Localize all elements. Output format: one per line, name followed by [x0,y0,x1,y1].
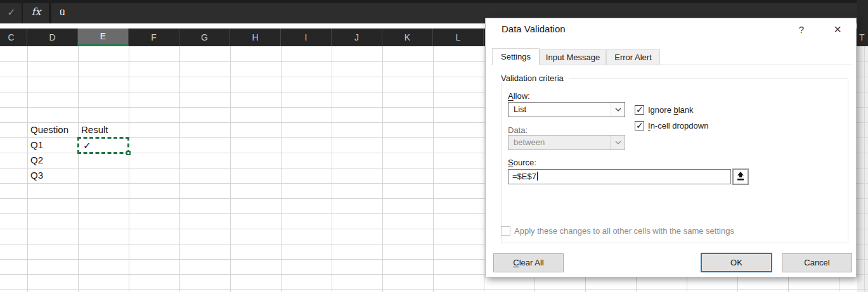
collapse-dialog-icon [734,170,747,183]
insert-function-fx-icon[interactable]: fx [28,4,44,20]
column-header-G[interactable]: G [179,29,230,46]
toolbar-top-strip [0,0,868,3]
data-dropdown-value: between [514,136,545,149]
data-label: Data: [508,125,528,135]
cell-question-header[interactable]: Question [30,122,68,137]
toolbar-divider [49,3,51,23]
chevron-down-icon[interactable] [611,103,625,117]
check-icon: ✓ [636,105,644,115]
gridline [864,46,865,292]
column-header-T[interactable]: T [859,29,865,46]
column-header-J[interactable]: J [332,29,382,46]
tab-settings[interactable]: Settings [492,48,540,65]
source-label: Source: [508,158,536,167]
data-dropdown-disabled: between [508,135,625,150]
data-validation-dialog: Data Validation ? × Settings Input Messa… [485,18,857,277]
column-header-H[interactable]: H [230,29,281,46]
excel-screen: ✓ fx ü C D E F G H I J K L Question Resu… [0,0,868,292]
fill-handle[interactable] [126,151,131,155]
tab-strip-line [491,65,852,65]
cell-e7-marching-ants[interactable]: ✓ [77,137,129,154]
collapse-dialog-button[interactable] [732,168,749,185]
column-header-L[interactable]: L [433,29,484,46]
allow-dropdown-value: List [514,103,526,117]
source-input-value: =$E$7 [512,172,536,181]
column-header-F[interactable]: F [129,29,179,46]
column-header-D[interactable]: D [27,29,78,46]
chevron-down-icon [611,136,625,149]
column-header-C[interactable]: C [0,29,27,46]
close-icon[interactable]: × [827,20,848,38]
column-header-K[interactable]: K [382,29,433,46]
cell-q2[interactable]: Q2 [30,153,43,168]
right-grid-strip [857,46,868,292]
ignore-blank-checkbox[interactable]: ✓ [635,105,644,115]
formula-bar-input[interactable]: ü [60,4,65,20]
ignore-blank-label[interactable]: Ignore blank [648,105,694,115]
source-input[interactable]: =$E$7 [508,169,731,184]
cell-q1[interactable]: Q1 [30,137,43,153]
group-label: Validation criteria [501,73,569,83]
allow-dropdown[interactable]: List [508,102,625,117]
checkmark-cell-value: ✓ [83,139,91,152]
tab-input-message[interactable]: Input Message [540,49,606,65]
tab-error-alert[interactable]: Error Alert [606,49,660,65]
column-header-I[interactable]: I [281,29,332,46]
text-caret [537,172,538,181]
cell-q3[interactable]: Q3 [30,168,43,183]
help-icon[interactable]: ? [792,22,811,38]
incell-dropdown-checkbox[interactable]: ✓ [635,121,644,130]
apply-changes-checkbox [501,226,510,236]
enter-checkmark-icon[interactable]: ✓ [4,5,19,20]
dialog-title: Data Validation [502,23,566,34]
allow-label: Allow: [508,91,530,101]
toolbar-divider [22,3,23,23]
cancel-button[interactable]: Cancel [782,253,852,272]
ok-button[interactable]: OK [701,253,772,272]
column-header-E-selected[interactable]: E [78,29,129,46]
right-column-header-strip: T [857,0,868,46]
cell-result-header[interactable]: Result [81,122,108,137]
check-icon: ✓ [636,120,644,130]
apply-changes-label: Apply these changes to all other cells w… [514,226,734,236]
clear-all-button[interactable]: Clear All [493,253,564,272]
incell-dropdown-label[interactable]: In-cell dropdown [648,121,708,130]
